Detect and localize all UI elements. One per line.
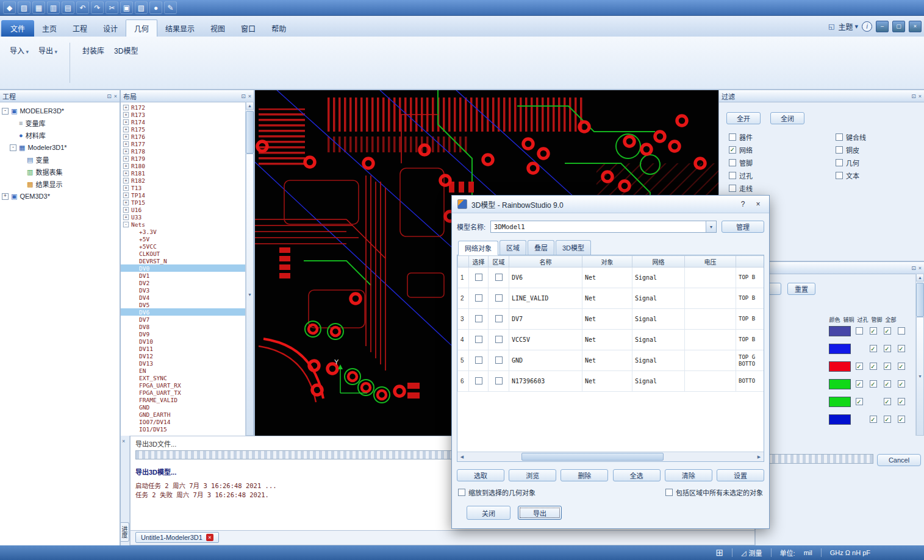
scroll-up-icon[interactable]: ▲ [246, 102, 254, 110]
layout-tree-item[interactable]: + R180 [121, 162, 254, 169]
filter-checkbox[interactable] [836, 172, 843, 179]
pin-checkbox[interactable] [884, 380, 891, 388]
layout-tree-item[interactable]: + U16 [121, 206, 254, 213]
expand-box-icon[interactable]: + [123, 155, 129, 161]
layout-tree-item[interactable]: + T13 [121, 184, 254, 191]
expand-box-icon[interactable]: - [10, 144, 16, 151]
net-table-row[interactable]: 1 DV6 Net Signal TOP B [458, 268, 765, 288]
all-checkbox[interactable] [898, 345, 905, 352]
close-icon[interactable]: × [122, 438, 125, 444]
menu-tab[interactable]: 几何 [126, 19, 157, 37]
filter-checkbox[interactable] [836, 159, 843, 166]
vertical-scrollbar[interactable]: ▲ ▼ [915, 274, 924, 436]
layout-tree-item[interactable]: DV6 [121, 308, 254, 316]
region-checkbox[interactable] [495, 315, 503, 322]
copper-checkbox[interactable] [856, 363, 863, 370]
layout-tree-item[interactable]: + TP15 [121, 199, 254, 206]
expand-box-icon[interactable]: + [123, 112, 129, 117]
layout-tree-item[interactable]: + R173 [121, 111, 254, 118]
table-column-header[interactable] [736, 256, 765, 268]
expand-box-icon[interactable]: + [123, 177, 129, 183]
net-table-row[interactable]: 2 LINE_VALID Net Signal TOP B [458, 288, 765, 309]
zoom-to-selection-checkbox[interactable] [458, 489, 465, 496]
layout-tree-item[interactable]: +5V [121, 235, 254, 243]
filter-checkbox[interactable] [729, 133, 736, 141]
close-button[interactable]: × [909, 21, 922, 32]
filter-checkbox[interactable] [729, 159, 736, 166]
edit-icon[interactable]: ✎ [164, 1, 177, 14]
dialog-action-button[interactable]: 删除 [560, 469, 608, 481]
select-checkbox[interactable] [475, 336, 482, 343]
scroll-down-icon[interactable]: ▼ [916, 317, 924, 436]
layout-tree-item[interactable]: - Nets [121, 221, 254, 228]
table-column-header[interactable]: 名称 [509, 256, 582, 268]
via-checkbox[interactable] [870, 416, 877, 423]
all-off-button[interactable]: 全闭 [770, 112, 804, 124]
scrollbar-thumb[interactable] [916, 283, 924, 317]
copper-checkbox[interactable] [856, 398, 863, 405]
layout-tree-item[interactable]: FPGA_UART_RX [121, 381, 254, 389]
save-all-icon[interactable]: ▥ [47, 1, 60, 14]
pin-icon[interactable]: ⊡ [241, 93, 246, 99]
layout-tree-item[interactable]: GND_EARTH [121, 411, 254, 418]
menu-tab[interactable]: 窗口 [233, 20, 263, 37]
cut-icon[interactable]: ✂ [106, 1, 118, 14]
dialog-action-button[interactable]: 浏览 [509, 469, 556, 481]
layout-tree-item[interactable]: + R179 [121, 155, 254, 162]
all-checkbox[interactable] [898, 416, 905, 423]
net-table-row[interactable]: 4 VCC5V Net Signal TOP B [458, 330, 765, 350]
units-value[interactable]: mil [804, 549, 812, 556]
layout-tree-item[interactable]: +5VCC [121, 243, 254, 250]
help-info-button[interactable]: i [862, 21, 872, 32]
layout-tree-item[interactable]: + R178 [121, 147, 254, 155]
ribbon-button[interactable]: 导入 [5, 43, 34, 58]
all-checkbox[interactable] [898, 380, 905, 388]
layout-switch-icon[interactable]: ◱ [828, 23, 834, 30]
measure-button[interactable]: ◿ 测量 [741, 548, 762, 558]
close-dialog-button[interactable]: 关闭 [467, 506, 510, 520]
pin-icon[interactable]: ⊡ [911, 93, 916, 99]
copper-checkbox[interactable] [856, 380, 863, 388]
layout-tree-item[interactable]: + R182 [121, 177, 254, 184]
net-table-row[interactable]: 3 DV7 Net Signal TOP B [458, 309, 765, 330]
dialog-tab[interactable]: 网络对象 [458, 241, 498, 255]
project-tree-item[interactable]: ≡ 变量库 [0, 117, 120, 129]
layout-tree-item[interactable]: DV11 [121, 345, 254, 352]
print-icon[interactable]: ▤ [62, 1, 74, 14]
scroll-up-icon[interactable]: ▲ [916, 274, 924, 282]
theme-menu[interactable]: 主题 ▾ [838, 21, 858, 32]
project-tree-item[interactable]: ▥ 数据表集 [0, 166, 120, 178]
menu-tab[interactable]: 工程 [65, 20, 95, 37]
manage-button[interactable]: 管理 [722, 221, 764, 233]
dialog-help-button[interactable]: ? [737, 200, 748, 208]
scroll-left-icon[interactable]: ◀ [457, 455, 467, 459]
close-icon[interactable]: × [919, 265, 922, 271]
region-checkbox[interactable] [495, 356, 503, 364]
select-checkbox[interactable] [475, 315, 482, 322]
dialog-action-button[interactable]: 清除 [665, 469, 712, 481]
menu-tab[interactable]: 设计 [95, 20, 126, 37]
layout-tree-item[interactable]: DV13 [121, 360, 254, 367]
all-checkbox[interactable] [898, 327, 905, 335]
layout-tree-item[interactable]: EN [121, 367, 254, 374]
layout-tree-item[interactable]: +3.3V [121, 228, 254, 235]
layout-tree-item[interactable]: FRAME_VALID [121, 396, 254, 403]
layout-tree-item[interactable]: IO1/DV15 [121, 425, 254, 433]
expand-box-icon[interactable]: + [123, 133, 129, 139]
layout-tree-item[interactable]: + R174 [121, 118, 254, 126]
pin-checkbox[interactable] [884, 345, 891, 352]
app-logo-icon[interactable]: ◆ [3, 1, 16, 14]
close-icon[interactable]: × [248, 93, 251, 99]
all-on-button[interactable]: 全开 [726, 112, 761, 124]
pin-checkbox[interactable] [884, 416, 891, 423]
scroll-down-icon[interactable]: ▼ [246, 154, 254, 436]
expand-box-icon[interactable]: + [123, 192, 129, 197]
expand-box-icon[interactable]: + [123, 199, 129, 205]
layout-tree-item[interactable]: + R177 [121, 140, 254, 147]
color-swatch[interactable] [829, 361, 851, 372]
scrollbar-thumb[interactable] [246, 111, 254, 154]
select-checkbox[interactable] [475, 377, 482, 385]
pin-checkbox[interactable] [884, 363, 891, 370]
layout-tree-item[interactable]: + U33 [121, 213, 254, 221]
close-icon[interactable]: × [114, 93, 117, 99]
